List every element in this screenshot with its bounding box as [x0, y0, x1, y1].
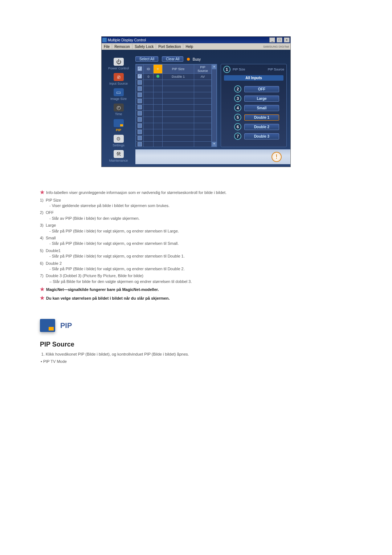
option-large[interactable]: Large [244, 96, 279, 102]
col-id[interactable]: ID [144, 65, 154, 74]
menu-safety-lock[interactable]: Safety Lock [132, 45, 156, 49]
row-checkbox[interactable] [138, 80, 142, 85]
callout-4: 4 [234, 104, 241, 112]
pip-heading-row: PIP [40, 319, 352, 332]
table-row[interactable] [136, 92, 212, 98]
sidebar-item-time[interactable]: ◴ Time [105, 104, 132, 116]
sidebar-item-pip[interactable]: PIP [105, 119, 132, 132]
option-off[interactable]: OFF [244, 86, 279, 92]
intro-text: ★Info-tabellen viser grunnleggende infor… [40, 189, 352, 196]
window-title: Multiple Display Control [108, 38, 269, 42]
menu-remocon[interactable]: Remocon [112, 45, 132, 49]
cell-id: 0 [144, 74, 154, 80]
app-window: Multiple Display Control _ □ × File Remo… [101, 36, 291, 167]
scroll-up-icon[interactable]: ▴ [212, 65, 216, 69]
table-row[interactable]: 0 Double 1 AV [136, 74, 212, 80]
section-heading: PIP Source [40, 341, 352, 348]
col-check[interactable] [136, 65, 144, 74]
maximize-button[interactable]: □ [277, 37, 282, 42]
app-icon [102, 38, 107, 42]
menu-file[interactable]: File [102, 45, 112, 49]
option-double-1[interactable]: Double 1 [244, 114, 279, 121]
input-source-icon: ⎚ [114, 73, 124, 81]
sidebar-label: Image Size [105, 97, 132, 101]
select-all-button[interactable]: Select All [135, 56, 158, 62]
table-row[interactable] [136, 123, 212, 129]
sidebar-item-settings[interactable]: ⚙ Settings [105, 135, 132, 147]
power-icon: ⏻ [114, 58, 124, 66]
row-checkbox[interactable] [138, 93, 142, 97]
minimize-button[interactable]: _ [269, 37, 275, 42]
busy-indicator: Busy [187, 57, 201, 62]
row-checkbox[interactable] [138, 105, 142, 109]
status-dot-icon [156, 75, 159, 78]
sidebar-item-maintenance[interactable]: 🛠 Maintenance [105, 150, 132, 162]
list-item: 3)Large- Slår på PIP (Bilde i bilde) for… [40, 223, 352, 234]
callout-1: 1 [223, 66, 230, 73]
row-checkbox[interactable] [138, 99, 142, 103]
gear-icon: ⚙ [114, 135, 124, 143]
row-checkbox[interactable] [138, 123, 142, 128]
row-checkbox[interactable] [138, 130, 142, 134]
table-row[interactable] [136, 98, 212, 105]
row-checkbox[interactable] [138, 111, 142, 116]
callout-3: 3 [234, 95, 241, 102]
scrollbar[interactable]: ▴ ▾ [212, 64, 217, 147]
cell-pip-size: Double 1 [163, 74, 194, 80]
sidebar-item-power-control[interactable]: ⏻ Power Control [105, 58, 132, 70]
table-row[interactable] [136, 86, 212, 92]
image-size-icon: ▭ [114, 88, 124, 96]
pip-controls-panel: 1 PIP Size PIP Source All Inputs 2OFF 3L… [221, 64, 287, 147]
list-item: 4)Small- Slår på PIP (Bilde i bilde) for… [40, 235, 352, 247]
status-bar: ! [135, 149, 290, 164]
busy-label: Busy [193, 57, 201, 61]
row-checkbox[interactable] [138, 117, 142, 122]
note-1: ★MagicNet—signalkilde fungerer bare på M… [40, 286, 352, 293]
sidebar-item-image-size[interactable]: ▭ Image Size [105, 88, 132, 101]
list-item: 1)PIP Size- Viser gjeldende størrelse på… [40, 198, 352, 209]
row-checkbox[interactable] [138, 74, 142, 78]
table-row[interactable] [136, 135, 212, 142]
sidebar-label: Input Source [105, 82, 132, 85]
option-double-2[interactable]: Double 2 [244, 124, 279, 130]
col-status[interactable]: ✳ [154, 65, 163, 74]
option-double-3[interactable]: Double 3 [244, 133, 279, 139]
col-pip-source[interactable]: PIP Source [194, 65, 212, 74]
callout-7: 7 [234, 133, 241, 140]
step-item: Klikk hovedikonet PIP (Bilde i bildet), … [46, 352, 352, 356]
menu-port-selection[interactable]: Port Selection [156, 45, 183, 49]
sidebar-label: Power Control [105, 66, 132, 70]
sidebar-label: Settings [105, 143, 132, 147]
sidebar-item-input-source[interactable]: ⎚ Input Source [105, 73, 132, 85]
row-checkbox[interactable] [138, 142, 142, 146]
scroll-down-icon[interactable]: ▾ [212, 142, 216, 146]
header-pip-source: PIP Source [268, 68, 284, 71]
list-item: 2)OFF- Slår av PIP (Bilde i bilde) for d… [40, 210, 352, 221]
steps-list: Klikk hovedikonet PIP (Bilde i bildet), … [40, 352, 352, 356]
callout-2: 2 [234, 85, 241, 93]
table-row[interactable] [136, 117, 212, 123]
sidebar-label: PIP [105, 128, 132, 132]
clear-all-button[interactable]: Clear All [162, 56, 183, 62]
display-table: ID ✳ PIP Size PIP Source 0 Double 1 [135, 64, 217, 147]
col-pip-size[interactable]: PIP Size [163, 65, 194, 74]
sidebar: ⏻ Power Control ⎚ Input Source ▭ Image S… [102, 50, 135, 167]
sidebar-label: Maintenance [105, 159, 132, 162]
table-row[interactable] [136, 129, 212, 135]
close-button[interactable]: × [284, 37, 290, 42]
table-row[interactable] [136, 105, 212, 111]
menu-help[interactable]: Help [183, 45, 195, 49]
table-row[interactable] [136, 142, 212, 147]
option-small[interactable]: Small [244, 105, 279, 111]
list-item: 6)Double 2- Slår på PIP (Bilde i bilde) … [40, 261, 352, 272]
row-checkbox[interactable] [138, 86, 142, 91]
header-pip-size: PIP Size [233, 68, 245, 71]
status-header-icon: ✳ [156, 67, 159, 71]
pip-icon [113, 119, 124, 127]
table-row[interactable] [136, 111, 212, 117]
note-2: ★Du kan velge størrelsen på bildet i bil… [40, 295, 352, 302]
table-row[interactable] [136, 80, 212, 86]
clock-icon: ◴ [114, 104, 124, 112]
pip-heading: PIP [60, 321, 72, 330]
row-checkbox[interactable] [138, 136, 142, 140]
